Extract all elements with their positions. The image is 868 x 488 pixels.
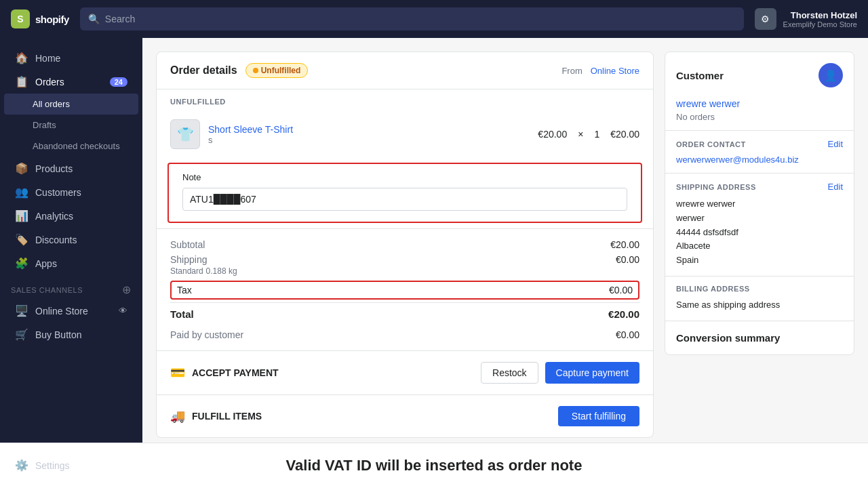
banner-text: Valid VAT ID will be inserted as order n…: [286, 457, 583, 474]
shopify-logo-icon: S: [11, 9, 30, 28]
shipping-sub: Standard: [170, 266, 203, 276]
sidebar-item-buy-button[interactable]: 🛒 Buy Button: [4, 323, 138, 346]
product-name[interactable]: Short Sleeve T-Shirt: [208, 124, 530, 135]
product-thumbnail: 👕: [170, 119, 200, 149]
billing-address-header: BILLING ADDRESS: [676, 285, 843, 293]
customer-avatar: 👤: [818, 63, 843, 87]
product-icon: 👕: [177, 126, 194, 142]
sidebar-item-analytics[interactable]: 📊 Analytics: [4, 204, 138, 228]
unit-price: €20.00: [538, 129, 567, 140]
customer-email[interactable]: werwerwerwer@modules4u.biz: [676, 155, 843, 165]
home-icon: 🏠: [15, 52, 28, 64]
add-sales-channel-icon[interactable]: ⊕: [122, 283, 132, 296]
online-store-settings-icon: 👁: [119, 306, 127, 316]
sidebar-item-discounts[interactable]: 🏷️ Discounts: [4, 228, 138, 251]
sidebar-item-label-products: Products: [35, 163, 73, 174]
buy-button-icon: 🛒: [15, 328, 28, 341]
discounts-icon: 🏷️: [15, 233, 28, 246]
subtotal-row: Subtotal €20.00: [170, 237, 639, 252]
user-store-avatar: ⚙: [755, 8, 776, 30]
sidebar-label-abandoned: Abandoned checkouts: [33, 141, 120, 151]
shipping-address-header: SHIPPING ADDRESS Edit: [676, 182, 843, 192]
shipping-address-text: wrewre werwer werwer 44444 dsfsdfsdf Alb…: [676, 197, 843, 268]
subtotal-label: Subtotal: [170, 239, 205, 250]
customer-card: Customer 👤 wrewre werwer No orders ORDER…: [665, 52, 854, 355]
accept-payment-label: ACCEPT PAYMENT: [192, 367, 279, 378]
order-details-card: Order details Unfulfilled From Online St…: [156, 52, 654, 438]
address-line4: Albacete: [676, 239, 843, 253]
sidebar-item-online-store[interactable]: 🖥️ Online Store 👁: [4, 299, 138, 323]
fulfill-items-row: 🚚 FULFILL ITEMS Start fulfilling: [157, 394, 653, 437]
total-value: €20.00: [608, 308, 639, 320]
sidebar-item-label-apps: Apps: [35, 258, 57, 269]
unfulfilled-badge: Unfulfilled: [245, 63, 309, 78]
content-area: Order details Unfulfilled From Online St…: [142, 38, 868, 443]
logo-text: shopify: [35, 14, 69, 25]
note-label: Note: [182, 172, 627, 182]
accept-payment-buttons: Restock Capture payment: [481, 362, 639, 384]
subtotal-value: €20.00: [610, 239, 639, 250]
sidebar-item-apps[interactable]: 🧩 Apps: [4, 251, 138, 275]
sidebar-item-products[interactable]: 📦 Products: [4, 157, 138, 180]
analytics-icon: 📊: [15, 209, 28, 222]
sidebar-item-customers[interactable]: 👥 Customers: [4, 180, 138, 204]
sidebar-item-drafts[interactable]: Drafts: [4, 115, 138, 136]
search-bar[interactable]: 🔍: [80, 7, 744, 30]
unfulfilled-label: Unfulfilled: [261, 66, 301, 75]
sidebar-item-label-orders: Orders: [35, 77, 64, 87]
shipping-address-edit[interactable]: Edit: [828, 182, 843, 192]
customer-name[interactable]: wrewre werwer: [665, 98, 854, 112]
accept-payment-row: 💳 ACCEPT PAYMENT Restock Capture payment: [157, 350, 653, 394]
orders-badge: 24: [110, 77, 127, 87]
fulfill-icon: 🚚: [170, 409, 185, 424]
total-row: Total €20.00: [170, 302, 639, 322]
sidebar-label-all-orders: All orders: [33, 99, 70, 109]
address-line5: Spain: [676, 253, 843, 268]
shipping-value: €0.00: [616, 254, 639, 276]
total-label: Total: [170, 308, 194, 320]
user-name: Thorsten Hotzel: [783, 10, 857, 20]
sales-channels-label: SALES CHANNELS ⊕: [0, 275, 142, 299]
orders-icon: 📋: [15, 75, 28, 88]
logo: S shopify: [11, 9, 69, 28]
search-icon: 🔍: [88, 14, 100, 24]
fulfill-items-label: FULFILL ITEMS: [192, 411, 262, 422]
order-contact-label: ORDER CONTACT: [676, 140, 746, 148]
search-input[interactable]: [105, 14, 736, 24]
shipping-address-label: SHIPPING ADDRESS: [676, 183, 756, 191]
billing-address-section: BILLING ADDRESS Same as shipping address: [665, 277, 854, 321]
address-line3: 44444 dsfsdfsdf: [676, 226, 843, 240]
online-store-icon: 🖥️: [15, 304, 28, 317]
note-input[interactable]: [182, 188, 627, 211]
shipping-row: Shipping Standard 0.188 kg €0.00: [170, 252, 639, 278]
sidebar-label-drafts: Drafts: [33, 120, 56, 130]
order-title: Order details: [170, 64, 237, 77]
sidebar-item-orders[interactable]: 📋 Orders 24: [4, 70, 138, 94]
sidebar-item-home[interactable]: 🏠 Home: [4, 46, 138, 70]
sales-channels-text: SALES CHANNELS: [11, 286, 83, 294]
sidebar-label-online-store: Online Store: [35, 306, 88, 317]
unfulfilled-dot: [253, 68, 258, 73]
user-info: Thorsten Hotzel Exemplify Demo Store: [783, 10, 857, 28]
sidebar-item-label-analytics: Analytics: [35, 211, 73, 222]
main-layout: 🏠 Home 📋 Orders 24 All orders Drafts Aba…: [0, 38, 868, 443]
shipping-sub2: 0.188 kg: [206, 266, 237, 276]
tax-row: Tax €0.00: [170, 281, 639, 300]
product-info: Short Sleeve T-Shirt s: [208, 124, 530, 145]
sidebar-item-label-customers: Customers: [35, 187, 81, 198]
payment-card-icon: 💳: [170, 365, 185, 380]
order-item: 👕 Short Sleeve T-Shirt s €20.00 × 1 €20.…: [157, 111, 653, 157]
billing-address-text: Same as shipping address: [676, 298, 843, 312]
sidebar-item-label-discounts: Discounts: [35, 235, 77, 245]
start-fulfilling-button[interactable]: Start fulfilling: [558, 406, 639, 426]
capture-payment-button[interactable]: Capture payment: [545, 362, 639, 384]
restock-button[interactable]: Restock: [481, 362, 538, 384]
right-column: Customer 👤 wrewre werwer No orders ORDER…: [665, 52, 854, 429]
order-contact-edit[interactable]: Edit: [828, 139, 843, 149]
sidebar-item-all-orders[interactable]: All orders: [4, 94, 138, 115]
main-column: Order details Unfulfilled From Online St…: [156, 52, 654, 429]
sidebar-item-abandoned[interactable]: Abandoned checkouts: [4, 136, 138, 157]
customers-icon: 👥: [15, 186, 28, 199]
note-section: Note: [167, 163, 642, 223]
products-icon: 📦: [15, 162, 28, 175]
